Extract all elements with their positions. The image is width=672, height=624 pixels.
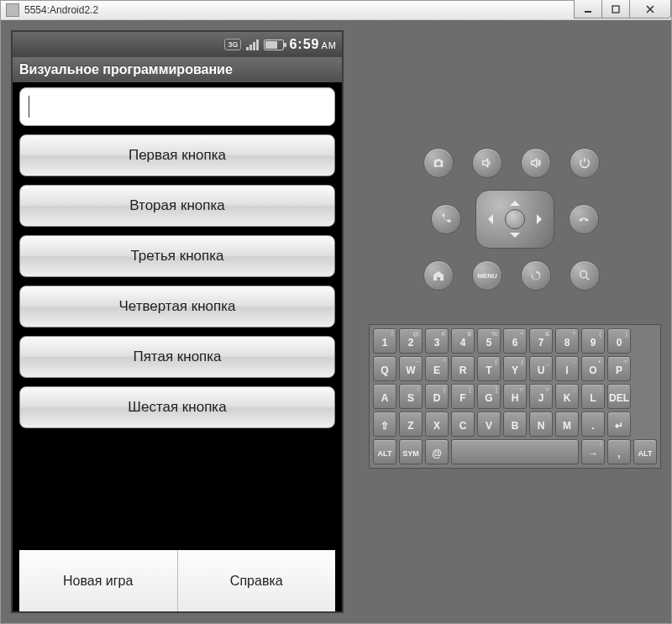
key-c[interactable]: C xyxy=(451,412,475,437)
key-2[interactable]: 2@ xyxy=(399,328,423,354)
key-b[interactable]: B xyxy=(503,412,527,437)
key-m[interactable]: M xyxy=(555,412,579,437)
window-titlebar[interactable]: 5554:Android2.2 xyxy=(1,1,671,20)
window-app-icon xyxy=(6,3,19,17)
key-d[interactable]: D| xyxy=(425,384,449,409)
key-z[interactable]: Z xyxy=(399,412,423,437)
key-k[interactable]: K; xyxy=(555,384,579,409)
key-5[interactable]: 5% xyxy=(477,328,501,354)
android-status-bar: 3G 6:59AM xyxy=(13,32,342,57)
key-alt-right[interactable]: ALT xyxy=(633,439,657,464)
hardware-buttons-row3: MENU xyxy=(423,260,606,291)
close-button[interactable] xyxy=(629,0,671,18)
menu-button[interactable]: MENU xyxy=(472,260,502,291)
hardware-buttons-row1 xyxy=(423,148,606,178)
camera-icon xyxy=(432,156,445,170)
key-p[interactable]: P= xyxy=(607,356,631,381)
search-icon xyxy=(578,269,591,282)
dpad-right-icon[interactable] xyxy=(537,214,547,224)
key-0[interactable]: 0) xyxy=(607,328,631,354)
home-icon xyxy=(432,269,445,282)
key-e[interactable]: E" xyxy=(425,356,449,381)
key-w[interactable]: W~ xyxy=(399,356,423,381)
volume-down-icon xyxy=(480,156,494,170)
key-slash[interactable]: →/ xyxy=(581,439,605,464)
end-call-button[interactable] xyxy=(569,204,599,234)
end-call-icon xyxy=(577,212,591,226)
key-9[interactable]: 9( xyxy=(581,328,605,354)
key-.[interactable]: . xyxy=(581,412,605,437)
keyboard-row-4: ⇧ZXCVBNM.↵ xyxy=(373,412,657,437)
window-buttons xyxy=(575,0,671,18)
dpad-center[interactable] xyxy=(505,209,525,229)
signal-icon xyxy=(246,39,259,50)
key-space[interactable] xyxy=(451,439,579,464)
dpad[interactable] xyxy=(475,190,554,249)
dpad-down-icon[interactable] xyxy=(510,233,520,243)
key-1[interactable]: 1! xyxy=(373,328,396,354)
key-t[interactable]: T{ xyxy=(477,356,501,381)
button-5[interactable]: Пятая кнопка xyxy=(19,336,335,378)
key-g[interactable]: G] xyxy=(477,384,501,409)
key-sym[interactable]: SYM xyxy=(399,439,423,464)
key-f[interactable]: F[ xyxy=(451,384,475,409)
text-input[interactable] xyxy=(19,87,335,126)
volume-up-icon xyxy=(529,156,543,170)
key-u[interactable]: U_ xyxy=(529,356,553,381)
key-r[interactable]: R` xyxy=(451,356,475,381)
home-button[interactable] xyxy=(423,260,454,291)
key-6[interactable]: 6^ xyxy=(503,328,527,354)
key-y[interactable]: Y} xyxy=(503,356,527,381)
key-i[interactable]: I- xyxy=(555,356,579,381)
key-8[interactable]: 8* xyxy=(555,328,579,354)
maximize-button[interactable] xyxy=(601,0,630,18)
key-shift[interactable]: ⇧ xyxy=(373,412,396,437)
call-icon xyxy=(439,212,453,226)
button-1[interactable]: Первая кнопка xyxy=(19,134,335,176)
emulator-client-area: 3G 6:59AM Визуальное программирование Пе… xyxy=(1,20,671,623)
key-delete[interactable]: DEL xyxy=(607,384,631,409)
key-7[interactable]: 7& xyxy=(529,328,553,354)
volume-down-button[interactable] xyxy=(472,148,502,178)
button-4[interactable]: Четвертая кнопка xyxy=(19,286,335,328)
dpad-left-icon[interactable] xyxy=(483,214,493,224)
emulator-side-panel: MENU 1!2@3#4$5%6^7&8*9(0) QW~E"R`T{Y}U_I… xyxy=(369,30,661,613)
camera-button[interactable] xyxy=(423,148,454,178)
menu-help[interactable]: Справка xyxy=(177,550,336,611)
power-button[interactable] xyxy=(570,148,600,178)
key-4[interactable]: 4$ xyxy=(451,328,475,354)
key-a[interactable]: A xyxy=(373,384,396,409)
key-q[interactable]: Q xyxy=(373,356,396,381)
search-button[interactable] xyxy=(570,260,600,291)
volume-up-button[interactable] xyxy=(521,148,551,178)
svg-rect-1 xyxy=(612,6,619,13)
minimize-button[interactable] xyxy=(574,0,602,18)
back-button[interactable] xyxy=(521,260,551,291)
button-6[interactable]: Шестая кнопка xyxy=(19,386,335,428)
key-enter[interactable]: ↵ xyxy=(607,412,631,437)
clock: 6:59AM xyxy=(289,37,337,52)
key-h[interactable]: H< xyxy=(503,384,527,409)
button-2[interactable]: Вторая кнопка xyxy=(19,185,335,227)
menu-new-game[interactable]: Новая игра xyxy=(19,550,177,611)
svg-point-2 xyxy=(580,271,587,278)
text-cursor xyxy=(29,96,29,118)
key-j[interactable]: J> xyxy=(529,384,553,409)
key-alt-left[interactable]: ALT xyxy=(373,439,396,464)
key-x[interactable]: X xyxy=(425,412,449,437)
key-3[interactable]: 3# xyxy=(425,328,449,354)
key-at[interactable]: @ xyxy=(425,439,449,464)
key-n[interactable]: N xyxy=(529,412,553,437)
window-title: 5554:Android2.2 xyxy=(24,4,575,16)
key-s[interactable]: S\ xyxy=(399,384,423,409)
key-o[interactable]: O+ xyxy=(581,356,605,381)
key-l[interactable]: L: xyxy=(581,384,605,409)
keyboard-row-5: ALTSYM@→/,ALT xyxy=(373,439,657,464)
app-body: Первая кнопка Вторая кнопка Третья кнопк… xyxy=(13,82,342,611)
key-v[interactable]: V xyxy=(477,412,501,437)
dpad-up-icon[interactable] xyxy=(510,196,520,206)
dpad-area xyxy=(428,190,602,249)
button-3[interactable]: Третья кнопка xyxy=(19,235,335,277)
call-button[interactable] xyxy=(431,204,461,234)
key-comma[interactable]: , xyxy=(607,439,631,464)
